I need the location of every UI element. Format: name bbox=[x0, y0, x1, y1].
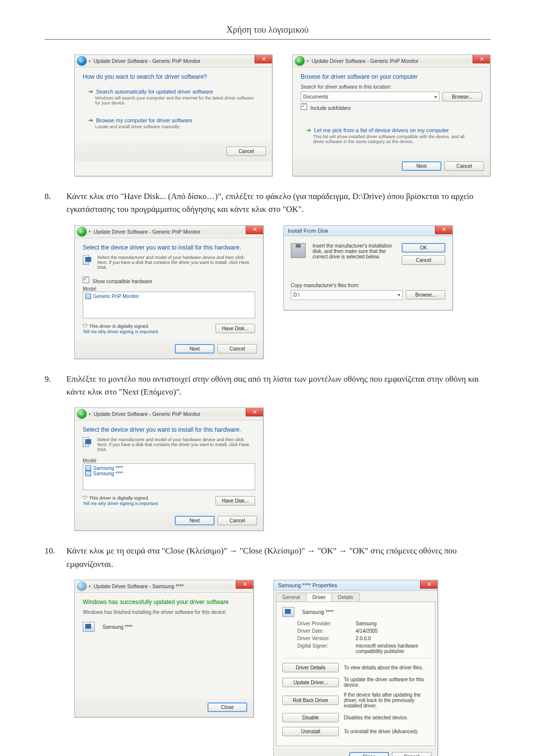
close-icon[interactable]: ✕ bbox=[246, 226, 263, 234]
option-subtext: Windows will search your computer and th… bbox=[95, 96, 259, 105]
option-search-auto[interactable]: ➔Search automatically for updated driver… bbox=[83, 84, 264, 110]
have-disk-button[interactable]: Have Disk... bbox=[215, 496, 255, 505]
nav-back-icon[interactable]: ← bbox=[77, 227, 87, 237]
arrow-right-icon: ➔ bbox=[88, 89, 93, 95]
chevron-down-icon: ▾ bbox=[434, 94, 437, 100]
location-value: Documents bbox=[303, 94, 328, 100]
monitor-icon bbox=[85, 294, 91, 299]
close-icon[interactable]: ✕ bbox=[246, 408, 263, 416]
dialog-subtext: Windows has finished installing the driv… bbox=[83, 609, 245, 615]
cancel-button[interactable]: Cancel bbox=[392, 752, 431, 756]
cancel-button[interactable]: Cancel bbox=[217, 516, 257, 525]
button-description: To view details about the driver files. bbox=[344, 665, 429, 670]
value: 4/14/2005 bbox=[356, 628, 429, 634]
label: Driver Provider: bbox=[297, 621, 352, 626]
update-driver-button[interactable]: Update Driver... bbox=[282, 678, 339, 687]
disable-button[interactable]: Disable bbox=[282, 713, 339, 722]
nav-back-icon[interactable]: ← bbox=[77, 409, 87, 419]
close-icon[interactable]: ✕ bbox=[236, 580, 253, 589]
model-list[interactable]: Generic PnP Monitor bbox=[83, 292, 255, 318]
label: Digital Signer: bbox=[297, 643, 352, 654]
divider bbox=[282, 658, 429, 658]
have-disk-button[interactable]: Have Disk... bbox=[215, 324, 255, 333]
driver-details-button[interactable]: Driver Details bbox=[282, 663, 339, 672]
next-button[interactable]: Next bbox=[402, 161, 441, 171]
signed-label: This driver is digitally signed. bbox=[89, 323, 149, 329]
browse-button[interactable]: Browse... bbox=[442, 92, 482, 101]
device-icon bbox=[83, 255, 89, 265]
signed-label: This driver is digitally signed. bbox=[89, 495, 149, 501]
dialog-heading: Browse for driver software on your compu… bbox=[301, 73, 482, 80]
shield-icon: 🛡 bbox=[83, 495, 88, 501]
label: Driver Version: bbox=[297, 636, 352, 641]
dialog-install-from-disk: Install From Disk ✕ Insert the manufactu… bbox=[283, 225, 453, 310]
next-button[interactable]: Next bbox=[175, 516, 214, 525]
close-button[interactable]: Close bbox=[349, 752, 389, 756]
signing-info-link[interactable]: Tell me why driver signing is important bbox=[83, 329, 158, 334]
list-item[interactable]: Generic PnP Monitor bbox=[85, 294, 253, 299]
breadcrumb: Update Driver Software - Generic PnP Mon… bbox=[94, 58, 201, 64]
show-compatible-checkbox[interactable] bbox=[83, 277, 89, 283]
chevron-down-icon: ▾ bbox=[89, 59, 91, 63]
option-browse-computer[interactable]: ➔Browse my computer for driver software … bbox=[83, 113, 264, 134]
arrow-right-icon: ➔ bbox=[306, 127, 311, 133]
list-item[interactable]: Samsung **** bbox=[85, 465, 253, 471]
step-text: Κάντε κλικ με τη σειρά στα "Close (Κλείσ… bbox=[66, 545, 490, 571]
column-header: Model bbox=[83, 286, 255, 292]
monitor-icon bbox=[85, 471, 91, 476]
include-subfolders-checkbox[interactable] bbox=[301, 103, 307, 110]
shield-icon: 🛡 bbox=[83, 323, 88, 329]
monitor-icon bbox=[85, 465, 91, 471]
close-icon[interactable]: ✕ bbox=[473, 55, 490, 63]
dialog-subtext: Select the manufacturer and model of you… bbox=[97, 437, 255, 452]
dialog-update-success: ✕ ← ▾ Update Driver Software - Samsung *… bbox=[74, 580, 254, 717]
dialog-title: Install From Disk bbox=[288, 228, 328, 234]
breadcrumb: Update Driver Software - Generic PnP Mon… bbox=[94, 411, 201, 417]
button-description: To update the driver software for this d… bbox=[344, 677, 429, 688]
value: Samsung bbox=[356, 621, 429, 626]
close-icon[interactable]: ✕ bbox=[435, 226, 452, 234]
cancel-button[interactable]: Cancel bbox=[217, 344, 257, 353]
label: Driver Date: bbox=[297, 628, 352, 634]
field-label: Search for driver software in this locat… bbox=[301, 84, 482, 90]
nav-back-icon[interactable]: ← bbox=[295, 56, 305, 66]
model-list[interactable]: Samsung **** Samsung **** bbox=[83, 463, 255, 490]
option-pick-from-list[interactable]: ➔Let me pick from a list of device drive… bbox=[301, 123, 482, 149]
ok-button[interactable]: OK bbox=[402, 243, 445, 252]
location-select[interactable]: Documents▾ bbox=[301, 92, 439, 101]
chevron-down-icon: ▾ bbox=[89, 412, 91, 416]
uninstall-button[interactable]: Uninstall bbox=[282, 727, 339, 736]
next-button[interactable]: Next bbox=[175, 344, 214, 353]
signing-info-link[interactable]: Tell me why driver signing is important bbox=[83, 501, 158, 506]
checkbox-label: Include subfolders bbox=[311, 105, 351, 111]
browse-button[interactable]: Browse... bbox=[406, 290, 445, 300]
value: microsoft windows hardware compatibility… bbox=[356, 643, 429, 654]
device-icon bbox=[83, 622, 95, 632]
close-icon[interactable]: ✕ bbox=[420, 580, 437, 589]
cancel-button[interactable]: Cancel bbox=[444, 161, 484, 171]
dialog-search-method: ✕ ← ▾ Update Driver Software - Generic P… bbox=[74, 54, 272, 176]
breadcrumb: Update Driver Software - Generic PnP Mon… bbox=[94, 229, 201, 235]
cancel-button[interactable]: Cancel bbox=[402, 255, 445, 265]
step-text: Επιλέξτε το μοντέλο που αντιστοιχεί στην… bbox=[66, 373, 490, 399]
device-icon bbox=[282, 607, 294, 617]
button-description: Disables the selected device. bbox=[344, 715, 429, 720]
dialog-heading: Windows has successfully updated your dr… bbox=[83, 599, 245, 605]
nav-back-icon[interactable]: ← bbox=[77, 56, 87, 66]
cancel-button[interactable]: Cancel bbox=[226, 147, 266, 156]
close-icon[interactable]: ✕ bbox=[255, 55, 272, 63]
list-item[interactable]: Samsung **** bbox=[85, 471, 253, 476]
path-select[interactable]: D:\▾ bbox=[291, 290, 403, 300]
roll-back-button[interactable]: Roll Back Driver bbox=[282, 696, 339, 705]
tab-driver[interactable]: Driver bbox=[306, 593, 332, 602]
device-name: Samsung **** bbox=[103, 624, 133, 630]
chevron-down-icon: ▾ bbox=[307, 59, 309, 63]
button-description: To uninstall the driver (Advanced). bbox=[344, 729, 429, 734]
tab-general[interactable]: General bbox=[276, 593, 307, 602]
arrow-right-icon: ➔ bbox=[88, 117, 93, 123]
chevron-down-icon: ▾ bbox=[89, 584, 91, 589]
checkbox-label: Show compatible hardware bbox=[93, 279, 153, 284]
tab-details[interactable]: Details bbox=[331, 593, 360, 602]
close-button[interactable]: Close bbox=[208, 703, 247, 712]
dialog-heading: Select the device driver you want to ins… bbox=[83, 244, 255, 251]
